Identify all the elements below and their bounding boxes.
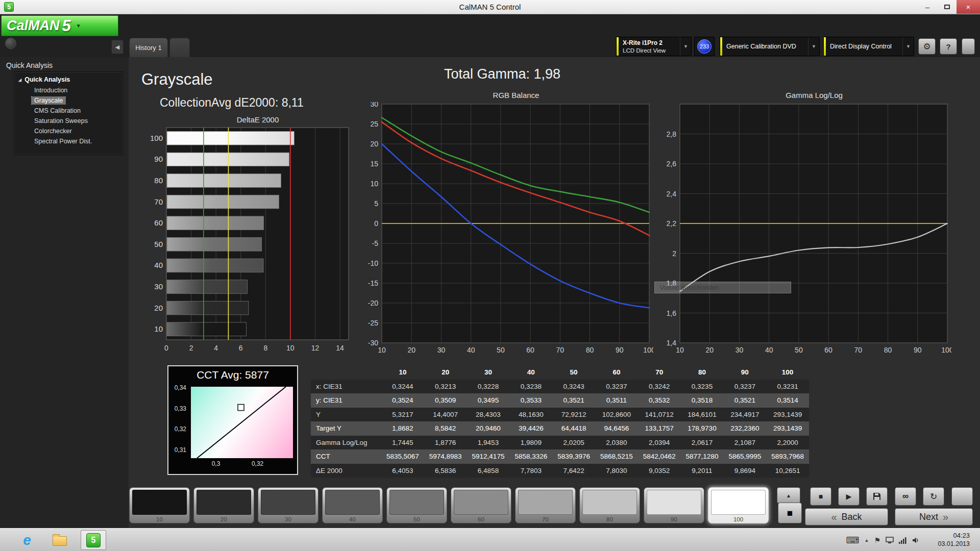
next-button[interactable]: Next » xyxy=(895,508,973,525)
stop-button[interactable]: ■ xyxy=(810,487,831,506)
next-chevron-icon: » xyxy=(943,511,948,523)
table-row-label: Y xyxy=(311,408,381,422)
svg-text:70: 70 xyxy=(154,197,163,206)
settings-button[interactable]: ⚙ xyxy=(918,38,936,55)
table-col-header: 50 xyxy=(552,365,595,380)
display-accent-bar xyxy=(824,37,826,56)
refresh-button[interactable]: ↻ xyxy=(923,487,944,506)
swatch-90[interactable]: 90 xyxy=(644,487,704,523)
table-row-label: y: CIE31 xyxy=(311,393,381,408)
swatch-70[interactable]: 70 xyxy=(515,487,576,523)
table-col-header: 80 xyxy=(681,365,724,380)
table-cell: 6,4858 xyxy=(467,464,510,478)
swatch-50[interactable]: 50 xyxy=(386,487,447,523)
display-dropdown[interactable]: ▼ xyxy=(902,37,914,56)
table-cell: 9,8694 xyxy=(723,464,766,478)
refresh-icon: ↻ xyxy=(930,491,937,502)
swatch-40[interactable]: 40 xyxy=(322,487,383,523)
tab-stub[interactable] xyxy=(169,38,190,57)
table-cell: 72,9212 xyxy=(552,408,595,422)
save-button[interactable] xyxy=(866,487,888,506)
signal-icon[interactable] xyxy=(899,537,907,544)
measure-stop-button[interactable]: ■ xyxy=(778,503,802,523)
table-cell: 0,3243 xyxy=(552,380,595,394)
taskbar-clock[interactable]: 04:23 03.01.2013 xyxy=(924,531,970,548)
tray-chevron-up-icon[interactable]: ▲ xyxy=(865,538,869,543)
sidebar-title: Quick Analysis xyxy=(6,61,53,69)
snip-tooltip: Vollbild ausschneiden xyxy=(654,282,791,293)
table-row-label: x: CIE31 xyxy=(311,380,381,394)
titlebar: 5 CalMAN 5 Control – × xyxy=(0,0,980,14)
table-cell: 9,0352 xyxy=(638,464,681,478)
swatch-color xyxy=(582,490,637,515)
sidebar-item-colorchecker[interactable]: Colorchecker xyxy=(14,126,122,136)
table-cell: 5893,7968 xyxy=(766,449,809,464)
svg-text:2,8: 2,8 xyxy=(667,130,677,138)
table-cell: 0,3495 xyxy=(467,393,510,408)
restore-button[interactable] xyxy=(937,0,957,14)
expand-button[interactable]: ▲ xyxy=(777,487,800,504)
table-cell: 7,7803 xyxy=(509,464,552,478)
minimize-button[interactable]: – xyxy=(918,0,937,14)
rgb-balance-chart: RGB Balance 1020304050607080901003025201… xyxy=(358,90,653,356)
play-button[interactable]: ▶ xyxy=(838,487,860,506)
swatch-10[interactable]: 10 xyxy=(129,487,190,523)
table-cell: 0,3228 xyxy=(467,380,510,394)
display-icon[interactable] xyxy=(886,537,894,544)
stop-square-icon: ■ xyxy=(787,508,793,519)
source-dropdown[interactable]: ▼ xyxy=(808,37,819,56)
taskbar-ie-button[interactable]: e xyxy=(14,530,40,550)
source-button[interactable]: Generic Calibration DVD ▼ xyxy=(720,37,820,56)
flag-icon[interactable]: ⚑ xyxy=(874,536,880,544)
swatch-color xyxy=(132,490,187,515)
keyboard-icon[interactable]: ⌨ xyxy=(846,535,860,546)
table-cell: 1,8682 xyxy=(381,421,424,436)
table-cell: 8,5842 xyxy=(424,421,467,436)
swatch-20[interactable]: 20 xyxy=(193,487,254,523)
clipped-button[interactable] xyxy=(951,487,973,506)
sidebar-collapse-button[interactable]: ◀ xyxy=(111,40,124,54)
taskbar-explorer-button[interactable] xyxy=(47,530,72,550)
volume-icon[interactable] xyxy=(912,537,920,544)
table-cell: 2,1087 xyxy=(723,436,766,450)
cct-ytick: 0,31 xyxy=(175,446,186,454)
swatch-label: 20 xyxy=(194,516,254,522)
sidebar-item-grayscale[interactable]: Grayscale xyxy=(14,95,122,106)
patch-count-badge[interactable]: 233 xyxy=(694,37,715,56)
swatch-100[interactable]: 100 xyxy=(708,487,769,523)
sidebar-item-introduction[interactable]: Introduction xyxy=(14,85,122,95)
tree-expander-icon: ◢ xyxy=(18,78,21,82)
loop-button[interactable]: ∞ xyxy=(895,487,916,506)
taskbar: e 5 ⌨ ▲ ⚑ 04:23 03.01.2013 xyxy=(0,528,980,551)
swatch-80[interactable]: 80 xyxy=(579,487,640,523)
table-cell: 14,4007 xyxy=(424,408,467,422)
meter-dropdown[interactable]: ▼ xyxy=(680,37,691,56)
sidebar-item-spectral-power-dist[interactable]: Spectral Power Dist. xyxy=(14,136,122,146)
display-button[interactable]: Direct Display Control ▼ xyxy=(823,37,914,56)
sidebar-item-saturation-sweeps[interactable]: Saturation Sweeps xyxy=(14,116,122,126)
sidebar-item-cms-calibration[interactable]: CMS Calibration xyxy=(14,106,122,116)
meter-button[interactable]: X-Rite i1Pro 2 LCD Direct View ▼ xyxy=(616,37,692,56)
close-button[interactable]: × xyxy=(957,0,980,14)
table-cell: 20,9460 xyxy=(467,421,510,436)
svg-text:10: 10 xyxy=(676,346,684,354)
help-button[interactable]: ? xyxy=(940,38,957,55)
table-cell: 0,3533 xyxy=(509,393,552,408)
logo-brand: CalMAN xyxy=(7,18,60,34)
next-label: Next xyxy=(919,512,938,522)
taskbar-calman-button[interactable]: 5 xyxy=(81,530,106,550)
table-col-header: 30 xyxy=(467,365,510,380)
round-menu-button[interactable] xyxy=(5,38,16,49)
table-col-header: 100 xyxy=(766,365,809,380)
back-button[interactable]: « Back xyxy=(805,508,888,525)
table-cell: 1,9453 xyxy=(467,436,510,450)
table-cell: 7,6422 xyxy=(552,464,595,478)
sidebar-root-node[interactable]: ◢ Quick Analysis xyxy=(14,75,122,85)
svg-text:50: 50 xyxy=(795,346,803,354)
tree-root-label: Quick Analysis xyxy=(24,76,70,83)
swatch-30[interactable]: 30 xyxy=(258,487,318,523)
tab-history-1[interactable]: History 1 xyxy=(129,38,168,57)
clipped-toolbar-button[interactable] xyxy=(962,38,975,55)
swatch-60[interactable]: 60 xyxy=(451,487,511,523)
system-tray: ⌨ ▲ ⚑ xyxy=(846,529,920,551)
